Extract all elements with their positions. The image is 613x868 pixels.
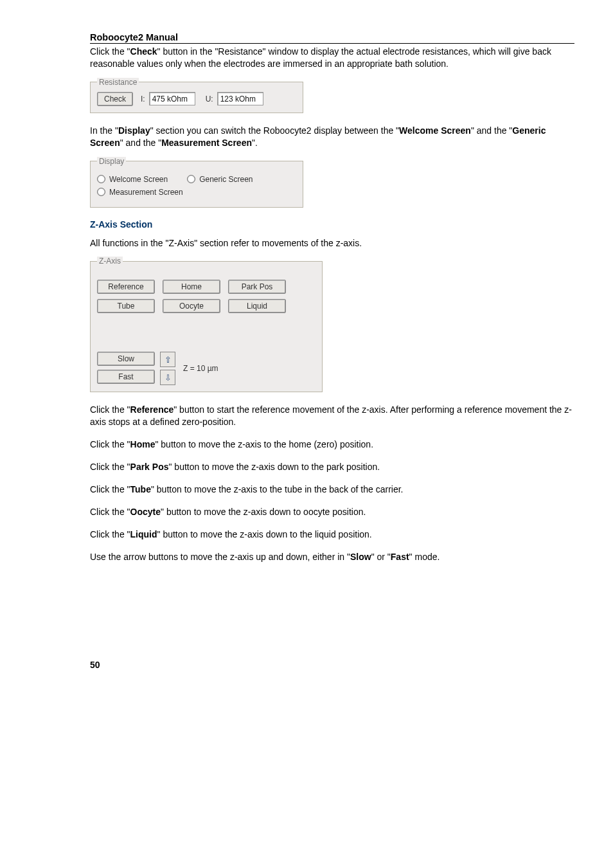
- text: Click the ": [90, 529, 130, 539]
- page-header-title: Roboocyte2 Manual: [90, 32, 574, 44]
- text: " and the ": [471, 125, 512, 136]
- z-axis-legend: Z-Axis: [97, 257, 123, 266]
- i-label: I:: [141, 95, 145, 104]
- park-pos-button[interactable]: Park Pos: [228, 280, 286, 294]
- text: Click the ": [90, 46, 130, 57]
- text: " or ": [371, 552, 391, 562]
- reference-paragraph: Click the "Reference" button to start th…: [90, 404, 574, 428]
- check-button[interactable]: Check: [97, 92, 133, 106]
- liquid-paragraph: Click the "Liquid" button to move the z-…: [90, 529, 574, 541]
- text: Click the ": [90, 439, 130, 449]
- z-axis-intro-paragraph: All functions in the "Z-Axis" section re…: [90, 237, 574, 249]
- arrow-down-icon: ⇩: [164, 373, 172, 383]
- page-number: 50: [90, 660, 574, 670]
- text: " mode.: [409, 552, 440, 562]
- text: ".: [252, 138, 258, 148]
- z-axis-section-heading: Z-Axis Section: [90, 219, 574, 230]
- resistance-groupbox: Resistance Check I: U:: [90, 78, 303, 113]
- generic-screen-label: Generic Screen: [199, 175, 253, 184]
- z-position-label: Z = 10 µm: [183, 364, 218, 373]
- arrow-paragraph: Use the arrow buttons to move the z-axis…: [90, 551, 574, 563]
- oocyte-button[interactable]: Oocyte: [163, 299, 220, 313]
- text: " button to move the z-axis to the tube …: [151, 484, 404, 494]
- u-value-field[interactable]: [217, 92, 263, 105]
- text: In the ": [90, 125, 118, 136]
- text: Click the ": [90, 404, 130, 415]
- slow-keyword: Slow: [350, 552, 371, 562]
- display-groupbox: Display Welcome Screen Generic Screen Me…: [90, 157, 303, 208]
- reference-button[interactable]: Reference: [97, 280, 155, 294]
- resistance-legend: Resistance: [97, 78, 139, 87]
- text: " button in the "Resistance" window to d…: [90, 46, 551, 69]
- oocyte-keyword: Oocyte: [130, 507, 161, 517]
- display-legend: Display: [97, 157, 126, 166]
- welcome-screen-label: Welcome Screen: [109, 175, 168, 184]
- slow-button[interactable]: Slow: [97, 352, 155, 366]
- generic-screen-radio[interactable]: [187, 175, 195, 183]
- text: " button to move the z-axis down to the …: [168, 462, 380, 472]
- tube-paragraph: Click the "Tube" button to move the z-ax…: [90, 484, 574, 496]
- measurement-screen-label: Measurement Screen: [109, 188, 183, 197]
- tube-keyword: Tube: [130, 484, 151, 494]
- home-button[interactable]: Home: [163, 280, 220, 294]
- text: Use the arrow buttons to move the z-axis…: [90, 552, 350, 562]
- liquid-button[interactable]: Liquid: [228, 299, 286, 313]
- fast-button[interactable]: Fast: [97, 370, 155, 384]
- fast-keyword: Fast: [391, 552, 409, 562]
- text: Click the ": [90, 484, 130, 494]
- u-label: U:: [206, 95, 213, 104]
- arrow-up-icon: ⇧: [164, 355, 172, 365]
- text: " button to move the z-axis down to oocy…: [161, 507, 366, 517]
- park-pos-paragraph: Click the "Park Pos" button to move the …: [90, 461, 574, 473]
- oocyte-paragraph: Click the "Oocyte" button to move the z-…: [90, 506, 574, 518]
- display-keyword: Display: [118, 125, 150, 136]
- check-keyword: Check: [130, 46, 157, 57]
- measurement-screen-radio[interactable]: [97, 188, 105, 196]
- welcome-screen-keyword: Welcome Screen: [399, 125, 471, 136]
- display-paragraph: In the "Display" section you can switch …: [90, 125, 574, 149]
- text: " button to move the z-axis down to the …: [157, 529, 372, 539]
- home-keyword: Home: [130, 439, 155, 449]
- welcome-screen-radio[interactable]: [97, 175, 105, 183]
- text: " section you can switch the Roboocyte2 …: [150, 125, 399, 136]
- reference-keyword: Reference: [130, 404, 174, 415]
- text: Click the ": [90, 507, 130, 517]
- measurement-screen-keyword: Measurement Screen: [161, 138, 252, 148]
- tube-button[interactable]: Tube: [97, 299, 155, 313]
- i-value-field[interactable]: [149, 92, 195, 105]
- text: Click the ": [90, 462, 130, 472]
- arrow-down-button[interactable]: ⇩: [160, 370, 175, 385]
- liquid-keyword: Liquid: [130, 529, 157, 539]
- home-paragraph: Click the "Home" button to move the z-ax…: [90, 439, 574, 451]
- park-pos-keyword: Park Pos: [130, 462, 169, 472]
- z-axis-groupbox: Z-Axis Reference Home Park Pos Tube Oocy…: [90, 257, 323, 392]
- arrow-up-button[interactable]: ⇧: [160, 352, 175, 367]
- text: " button to move the z-axis to the home …: [155, 439, 373, 449]
- intro-paragraph: Click the "Check" button in the "Resista…: [90, 46, 574, 70]
- text: " and the ": [120, 138, 161, 148]
